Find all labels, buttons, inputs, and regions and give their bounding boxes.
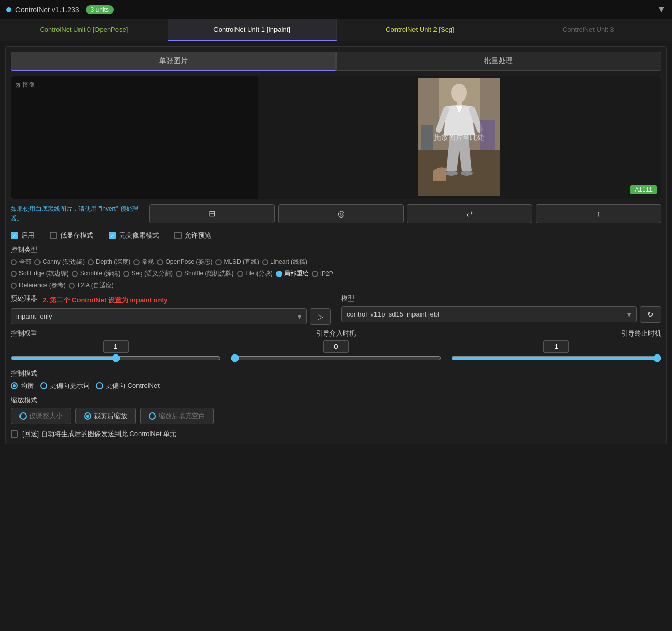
image-label: ⊠ 图像 xyxy=(15,81,35,89)
scale-resize[interactable]: 仅调整大小 xyxy=(11,408,71,424)
app-title: ControlNet v1.1.233 xyxy=(15,6,80,14)
control-mode-section: 控制模式 均衡 更偏向提示词 更偏向 ControlNet xyxy=(11,369,661,390)
scale-crop-label: 裁剪后缩放 xyxy=(94,411,127,421)
lowvram-checkbox-box xyxy=(50,232,57,239)
pixel-perfect-label: 完美像素模式 xyxy=(119,231,159,240)
type-all-radio xyxy=(11,259,17,265)
dropdown-icon[interactable]: ▼ xyxy=(657,4,666,15)
type-ip2p[interactable]: IP2P xyxy=(312,269,333,278)
image-upload-area[interactable]: ⊠ 图像 xyxy=(11,76,661,199)
type-tile[interactable]: Tile (分块) xyxy=(237,269,273,278)
type-lineart[interactable]: Lineart (线稿) xyxy=(262,258,307,266)
type-canny-label: Canny (硬边缘) xyxy=(43,258,85,266)
type-t2ia-label: T2IA (自适应) xyxy=(77,281,114,290)
mode-balanced[interactable]: 均衡 xyxy=(11,381,34,390)
tab-unit1[interactable]: ControlNet Unit 1 [Inpaint] xyxy=(168,19,337,41)
allow-preview-checkbox[interactable]: 允许预览 xyxy=(174,231,211,240)
type-scribble-label: Scribble (涂鸦) xyxy=(80,269,121,278)
type-canny-radio xyxy=(34,259,41,265)
type-softedge[interactable]: SoftEdge (软边缘) xyxy=(11,269,69,278)
type-normal-radio xyxy=(133,259,140,265)
monitor-button[interactable]: ⊟ xyxy=(149,204,275,223)
preprocessor-note: 2. 第二个 ControlNet 设置为 inpaint only xyxy=(43,295,167,305)
scale-crop[interactable]: 裁剪后缩放 xyxy=(75,408,136,424)
model-select[interactable]: control_v11p_sd15_inpaint [ebf xyxy=(341,306,637,322)
control-type-row2: SoftEdge (软边缘) Scribble (涂鸦) Seg (语义分割) … xyxy=(11,269,661,278)
target-button[interactable]: ◎ xyxy=(278,204,404,223)
pixel-perfect-checkbox-box: ✓ xyxy=(109,232,116,239)
enable-check-icon: ✓ xyxy=(12,233,16,239)
type-softedge-label: SoftEdge (软边缘) xyxy=(19,269,69,278)
control-weight-value[interactable]: 1 xyxy=(103,340,129,353)
status-dot xyxy=(6,7,11,12)
scale-resize-radio xyxy=(19,412,27,420)
swap-button[interactable]: ⇄ xyxy=(407,204,532,223)
guidance-start-slider-wrapper[interactable] xyxy=(231,354,441,364)
type-seg-label: Seg (语义分割) xyxy=(131,269,173,278)
type-reference[interactable]: Reference (参考) xyxy=(11,281,66,290)
preprocessor-select[interactable]: inpaint_only xyxy=(11,308,307,324)
type-inpaint-label: 局部重绘 xyxy=(284,269,309,278)
type-mlsd-radio xyxy=(215,259,222,265)
sub-tab-single[interactable]: 单张图片 xyxy=(11,52,336,71)
guidance-end-slider-wrapper[interactable] xyxy=(451,354,661,364)
scale-mode-section: 缩放模式 仅调整大小 裁剪后缩放 缩放后填充空白 xyxy=(11,396,661,424)
type-canny[interactable]: Canny (硬边缘) xyxy=(34,258,85,266)
auto-send-checkbox[interactable] xyxy=(11,430,18,438)
type-openpose-radio xyxy=(157,259,163,265)
type-normal-label: 常规 xyxy=(142,258,154,266)
image-icon: ⊠ xyxy=(15,82,21,89)
preprocessor-label: 预处理器 xyxy=(11,294,37,303)
mode-controlnet[interactable]: 更偏向 ControlNet xyxy=(96,381,160,390)
type-inpaint[interactable]: 局部重绘 xyxy=(276,269,309,278)
main-panel: 单张图片 批量处理 ⊠ 图像 xyxy=(5,46,667,444)
control-type-row3: Reference (参考) T2IA (自适应) xyxy=(11,281,661,290)
type-shuffle[interactable]: Shuffle (随机洗牌) xyxy=(176,269,233,278)
scale-fill[interactable]: 缩放后填充空白 xyxy=(140,408,214,424)
model-label: 模型 xyxy=(341,294,661,303)
control-mode-label: 控制模式 xyxy=(11,369,661,378)
control-weight-slider[interactable] xyxy=(11,354,221,362)
allow-preview-checkbox-box xyxy=(174,232,182,239)
tab-unit3[interactable]: ControlNet Unit 3 xyxy=(504,19,672,41)
mode-prompt-label: 更偏向提示词 xyxy=(50,381,90,390)
type-shuffle-radio xyxy=(176,271,182,277)
guidance-start-value[interactable]: 0 xyxy=(323,340,349,353)
refresh-model-button[interactable]: ↻ xyxy=(640,306,661,323)
mode-balanced-label: 均衡 xyxy=(21,381,34,390)
image-label-text: 图像 xyxy=(23,81,35,89)
pixel-perfect-checkbox[interactable]: ✓ 完美像素模式 xyxy=(109,231,159,240)
control-weight-slider-wrapper[interactable] xyxy=(11,354,221,364)
scale-fill-radio xyxy=(149,412,156,420)
type-seg[interactable]: Seg (语义分割) xyxy=(123,269,173,278)
tab-unit2[interactable]: ControlNet Unit 2 [Seg] xyxy=(337,19,505,41)
type-all[interactable]: 全部 xyxy=(11,258,31,266)
type-openpose[interactable]: OpenPose (姿态) xyxy=(157,258,212,266)
enable-checkbox-box: ✓ xyxy=(11,232,18,239)
mode-prompt[interactable]: 更偏向提示词 xyxy=(40,381,90,390)
type-shuffle-label: Shuffle (随机洗牌) xyxy=(184,269,233,278)
type-scribble-radio xyxy=(72,271,78,277)
type-reference-radio xyxy=(11,283,17,289)
type-normal[interactable]: 常规 xyxy=(133,258,154,266)
lowvram-label: 低显存模式 xyxy=(60,231,93,240)
type-mlsd[interactable]: MLSD (直线) xyxy=(215,258,259,266)
mode-controlnet-label: 更偏向 ControlNet xyxy=(106,381,160,390)
control-weight-label: 控制权重 xyxy=(11,329,37,337)
type-scribble[interactable]: Scribble (涂鸦) xyxy=(72,269,121,278)
guidance-end-slider[interactable] xyxy=(451,354,661,362)
upload-button[interactable]: ↑ xyxy=(536,204,661,223)
enable-checkbox[interactable]: ✓ 启用 xyxy=(11,231,34,240)
lowvram-checkbox[interactable]: 低显存模式 xyxy=(50,231,93,240)
sliders-values: 1 0 1 xyxy=(11,340,661,353)
auto-send-label: [回送] 自动将生成后的图像发送到此 ControlNet 单元 xyxy=(22,429,176,439)
auto-send-row[interactable]: [回送] 自动将生成后的图像发送到此 ControlNet 单元 xyxy=(11,429,661,439)
type-t2ia[interactable]: T2IA (自适应) xyxy=(69,281,114,290)
guidance-start-slider[interactable] xyxy=(231,354,441,362)
type-depth[interactable]: Depth (深度) xyxy=(88,258,130,266)
guidance-end-value[interactable]: 1 xyxy=(543,340,569,353)
run-preprocessor-button[interactable]: ▷ xyxy=(310,308,331,325)
sub-tab-batch[interactable]: 批量处理 xyxy=(336,52,661,71)
scale-fill-label: 缩放后填充空白 xyxy=(159,411,205,421)
tab-unit0[interactable]: ControlNet Unit 0 [OpenPose] xyxy=(0,19,168,41)
